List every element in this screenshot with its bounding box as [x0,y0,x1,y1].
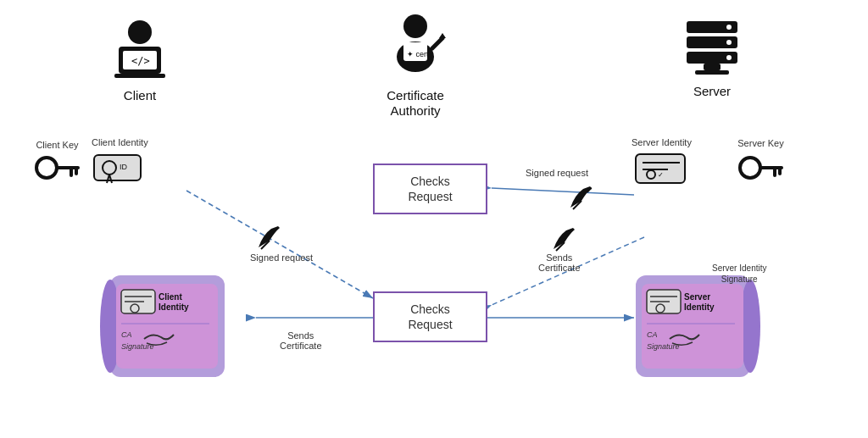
svg-text:Identity: Identity [159,302,189,312]
client-cert-scroll: Client Identity CA Signature [97,271,229,389]
client-key-icon [34,153,81,183]
checks-request-box-1: ChecksRequest [373,164,487,214]
svg-line-2 [492,188,634,195]
server-identity-top-group: Server Identity ✓ [632,137,692,186]
svg-rect-24 [704,64,721,70]
svg-line-16 [432,38,442,48]
signed-request-label-1: Signed request [526,168,588,178]
pen-icon-3 [549,224,579,257]
svg-text:✓: ✓ [658,171,664,179]
checks-request-1-label: ChecksRequest [408,175,452,203]
svg-rect-25 [695,70,729,75]
server-key-icon [737,152,784,184]
svg-point-40 [740,158,760,178]
svg-text:ID: ID [120,163,128,171]
server-cert-scroll: Server Identity CA Signature [632,271,763,389]
svg-marker-17 [439,33,446,38]
svg-point-23 [726,55,732,60]
svg-point-21 [726,25,732,30]
svg-text:CA: CA [121,330,132,339]
server-identity-signature-label: Server IdentitySignature [712,263,766,285]
pen-icon-2 [254,222,284,255]
ca-node: ✦ cert CertificateAuthority [381,13,449,119]
client-key-label: Client Key [36,140,78,150]
server-identity-icon: ✓ [634,151,689,186]
svg-point-7 [128,20,152,44]
ca-label: CertificateAuthority [387,88,444,119]
svg-text:CA: CA [647,330,658,339]
server-identity-top-label: Server Identity [632,137,692,147]
client-identity-label: Client Identity [92,137,148,147]
svg-point-12 [403,14,427,38]
svg-point-22 [726,40,732,45]
sends-certificate-label-2: SendsCertificate [280,330,322,351]
server-key-label: Server Key [737,138,783,148]
client-label: Client [124,88,156,103]
client-key-group: Client Key [34,140,81,183]
client-icon: </> [110,17,170,85]
server-node: Server [678,17,746,98]
svg-rect-30 [94,155,141,180]
client-node: </> Client [110,17,170,103]
client-identity-icon: ID [92,151,147,185]
svg-point-26 [36,158,57,178]
server-label: Server [693,84,731,98]
server-key-group: Server Key [737,138,784,184]
svg-text:</>: </> [131,55,150,67]
diagram: </> Client ✦ cert CertificateAuthority [0,0,868,438]
pen-icon-1 [566,182,596,215]
checks-request-2-label: ChecksRequest [408,302,452,331]
svg-text:✦ cert: ✦ cert [407,50,429,58]
svg-text:Server: Server [684,292,710,302]
checks-request-box-2: ChecksRequest [373,291,487,342]
svg-text:Identity: Identity [684,302,715,312]
client-identity-group: Client Identity ID [92,137,148,185]
server-icon [678,17,746,80]
svg-text:Client: Client [159,292,182,302]
ca-icon: ✦ cert [381,13,449,85]
svg-rect-11 [114,74,165,78]
